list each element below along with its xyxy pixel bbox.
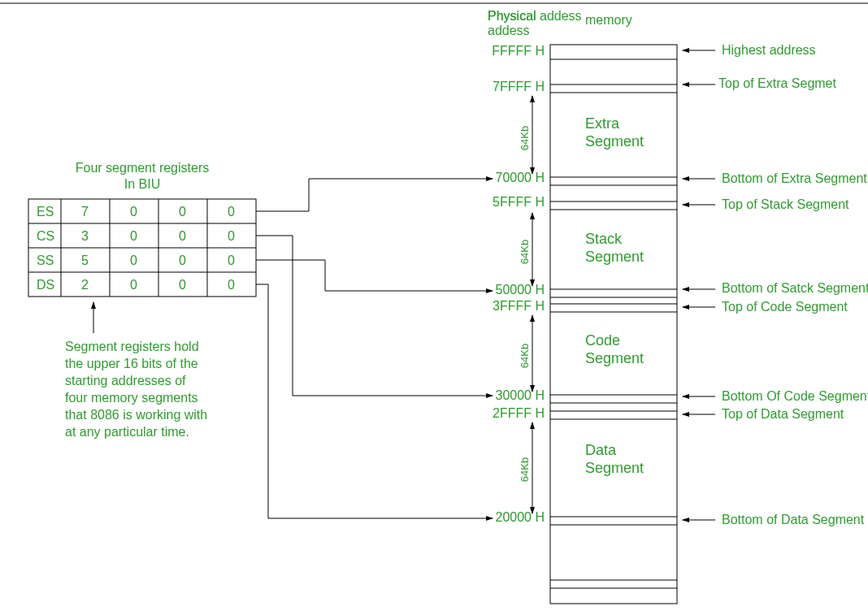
svg-text:Segment: Segment <box>585 133 644 149</box>
reg-ss-d2: 0 <box>179 253 186 267</box>
reg-ds-d0: 2 <box>81 278 89 292</box>
ptr-highest: Highest address <box>722 43 816 57</box>
reg-title-2: In BIU <box>124 177 160 191</box>
addr-70000: 70000 H <box>496 171 545 184</box>
reg-ds-d1: 0 <box>130 278 137 292</box>
desc-line1: Segment registers hold <box>65 340 199 353</box>
memory-segmentation-diagram: Physical addess Physical addess memory F… <box>0 0 868 615</box>
addr-7ffff: 7FFFF H <box>493 80 545 93</box>
segment-register-table: ES 7 0 0 0 CS 3 0 0 0 SS 5 0 0 0 DS 2 0 … <box>28 199 256 297</box>
addr-50000: 50000 H <box>496 283 545 297</box>
desc-line2: the upper 16 bits of the <box>65 357 198 370</box>
reg-ss-name: SS <box>37 253 54 267</box>
connector-ds <box>256 284 493 518</box>
ptr-top-data: Top of Data Segment <box>722 407 844 421</box>
addr-2ffff: 2FFFF H <box>493 406 545 420</box>
reg-ss-d0: 5 <box>81 253 89 267</box>
reg-es-name: ES <box>37 205 54 219</box>
svg-text:addess: addess <box>488 24 530 37</box>
reg-ss-d3: 0 <box>228 253 235 267</box>
ptr-bottom-extra: Bottom of Extra Segment <box>722 171 867 185</box>
reg-ds-name: DS <box>37 278 54 292</box>
reg-cs-d0: 3 <box>81 229 89 243</box>
desc-line3: starting addresses of <box>65 374 186 388</box>
reg-cs-d3: 0 <box>228 229 235 243</box>
svg-text:Segment: Segment <box>585 460 644 476</box>
addr-20000: 20000 H <box>496 510 545 524</box>
reg-ss-d1: 0 <box>130 253 137 267</box>
size-stack: 64Kb <box>519 240 531 264</box>
ptr-top-code: Top of Code Segment <box>722 300 848 314</box>
reg-ds-d2: 0 <box>179 278 186 292</box>
addr-3ffff: 3FFFF H <box>493 299 545 313</box>
seg-extra: Extra <box>585 115 620 132</box>
ptr-bottom-stack: Bottom of Satck Segment <box>722 281 868 295</box>
reg-es-d3: 0 <box>228 205 235 219</box>
desc-line5: that 8086 is working with <box>65 408 207 422</box>
reg-es-d2: 0 <box>179 205 186 219</box>
reg-es-d0: 7 <box>81 205 89 219</box>
reg-cs-d1: 0 <box>130 229 137 243</box>
size-extra: 64Kb <box>519 126 531 150</box>
desc-line4: four memory segments <box>65 391 198 405</box>
ptr-top-extra: Top of Extra Segmet <box>718 76 837 90</box>
svg-text:Physical: Physical <box>488 9 536 23</box>
svg-text:Segment: Segment <box>585 249 644 265</box>
desc-line6: at any particular time. <box>65 425 189 439</box>
svg-text:Segment: Segment <box>585 350 644 366</box>
ptr-top-stack: Top of Stack Segment <box>722 197 849 211</box>
addr-5ffff: 5FFFF H <box>493 195 545 209</box>
reg-cs-d2: 0 <box>179 229 186 243</box>
reg-ds-d3: 0 <box>228 278 235 292</box>
size-data: 64Kb <box>519 457 531 482</box>
ptr-bottom-data: Bottom of Data Segment <box>722 513 865 526</box>
connector-es <box>256 179 493 211</box>
seg-data: Data <box>585 442 617 458</box>
size-code: 64Kb <box>519 344 531 368</box>
connector-ss <box>256 260 493 291</box>
seg-code: Code <box>585 332 620 349</box>
seg-stack: Stack <box>585 231 623 247</box>
reg-cs-name: CS <box>37 229 54 243</box>
reg-es-d1: 0 <box>130 205 137 219</box>
ptr-bottom-code: Bottom Of Code Segment <box>722 389 868 403</box>
memory-header: memory <box>585 13 632 27</box>
addr-30000: 30000 H <box>496 388 545 402</box>
addr-fffff: FFFFF H <box>492 44 545 58</box>
reg-title-1: Four segment registers <box>76 161 210 175</box>
